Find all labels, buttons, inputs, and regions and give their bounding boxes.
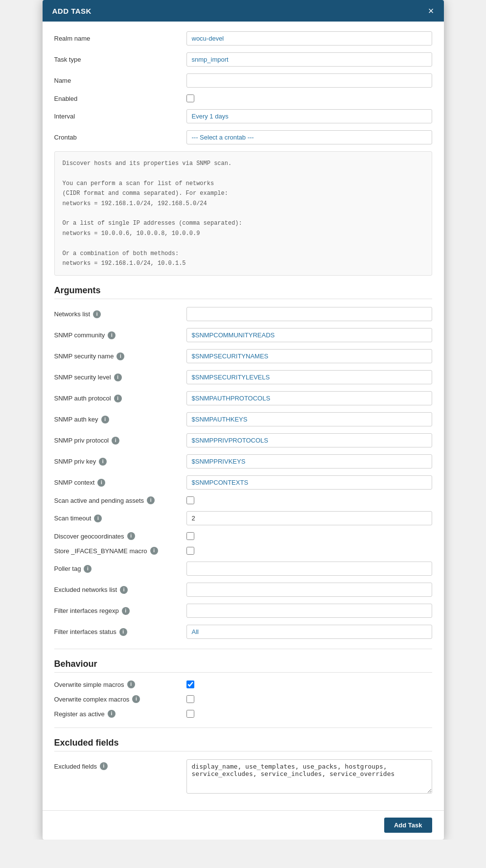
enabled-checkbox[interactable] [186, 94, 194, 102]
task-type-label: Task type [54, 56, 186, 63]
snmp-priv-protocol-input[interactable] [186, 433, 432, 447]
snmp-security-name-label: SNMP security name i [54, 352, 186, 360]
realm-name-label: Realm name [54, 35, 186, 42]
snmp-priv-key-label: SNMP priv key i [54, 458, 186, 466]
scan-timeout-label: Scan timeout i [54, 515, 186, 522]
snmp-priv-protocol-info-icon[interactable]: i [112, 437, 119, 445]
networks-list-input[interactable] [186, 307, 432, 321]
excluded-networks-label: Excluded networks list i [54, 586, 186, 594]
desc-line3: (CIDR format and comma separated). For e… [63, 188, 424, 198]
crontab-row: Crontab --- Select a crontab --- [54, 130, 432, 144]
store-ifaces-row: Store _IFACES_BYNAME macro i [54, 547, 432, 555]
excluded-networks-info-icon[interactable]: i [120, 586, 128, 594]
overwrite-simple-info-icon[interactable]: i [127, 680, 135, 688]
store-ifaces-info-icon[interactable]: i [150, 547, 158, 555]
snmp-priv-key-input[interactable] [186, 454, 432, 469]
overwrite-complex-checkbox[interactable] [186, 695, 194, 703]
snmp-auth-protocol-label: SNMP auth protocol i [54, 395, 186, 402]
snmp-security-name-row: SNMP security name i [54, 349, 432, 363]
desc-line7: networks = 10.0.0.6, 10.0.0.8, 10.0.0.9 [63, 229, 424, 238]
snmp-security-level-row: SNMP security level i [54, 370, 432, 384]
snmp-context-info-icon[interactable]: i [97, 479, 105, 487]
snmp-auth-protocol-info-icon[interactable]: i [114, 395, 122, 402]
interval-value[interactable]: Every 1 days [186, 109, 432, 123]
excluded-fields-textarea[interactable]: display_name, use_templates, use_packs, … [186, 759, 432, 794]
name-input[interactable] [186, 73, 432, 88]
filter-regexp-row: Filter interfaces regexp i [54, 604, 432, 618]
description-box: Discover hosts and its properties via SN… [54, 151, 432, 276]
excluded-networks-row: Excluded networks list i [54, 583, 432, 597]
snmp-community-input[interactable] [186, 328, 432, 342]
snmp-security-level-info-icon[interactable]: i [114, 374, 122, 381]
poller-tag-row: Poller tag i [54, 562, 432, 576]
filter-status-value[interactable]: All [186, 625, 432, 639]
scan-timeout-input[interactable] [186, 511, 432, 525]
interval-label: Interval [54, 113, 186, 120]
overwrite-simple-row: Overwrite simple macros i [54, 680, 432, 688]
excluded-networks-input[interactable] [186, 583, 432, 597]
scan-active-row: Scan active and pending assets i [54, 496, 432, 504]
filter-regexp-info-icon[interactable]: i [122, 607, 130, 615]
excluded-fields-section-title: Excluded fields [54, 738, 432, 751]
snmp-context-row: SNMP context i [54, 475, 432, 490]
behaviour-divider [54, 649, 432, 649]
snmp-auth-protocol-row: SNMP auth protocol i [54, 391, 432, 405]
snmp-security-level-input[interactable] [186, 370, 432, 384]
store-ifaces-checkbox[interactable] [186, 547, 194, 555]
excluded-fields-row: Excluded fields i display_name, use_temp… [54, 759, 432, 794]
poller-tag-info-icon[interactable]: i [84, 565, 92, 573]
desc-line6: Or a list of single IP addresses (comma … [63, 218, 424, 228]
realm-name-input[interactable] [186, 31, 432, 46]
networks-list-row: Networks list i [54, 307, 432, 321]
snmp-priv-protocol-label: SNMP priv protocol i [54, 437, 186, 445]
overwrite-simple-label: Overwrite simple macros i [54, 680, 186, 688]
snmp-auth-key-label: SNMP auth key i [54, 416, 186, 423]
desc-line2: You can perform a scan for list of netwo… [63, 179, 424, 188]
add-task-button[interactable]: Add Task [384, 818, 432, 833]
snmp-security-name-info-icon[interactable]: i [116, 352, 124, 360]
modal-footer: Add Task [43, 810, 444, 840]
snmp-context-input[interactable] [186, 475, 432, 490]
scan-timeout-info-icon[interactable]: i [94, 515, 102, 522]
overwrite-complex-info-icon[interactable]: i [132, 695, 140, 703]
filter-status-label: Filter interfaces status i [54, 628, 186, 636]
snmp-auth-key-input[interactable] [186, 412, 432, 426]
poller-tag-label: Poller tag i [54, 565, 186, 573]
register-active-label: Register as active i [54, 710, 186, 718]
crontab-value[interactable]: --- Select a crontab --- [186, 130, 432, 144]
register-active-checkbox[interactable] [186, 710, 194, 718]
networks-list-info-icon[interactable]: i [93, 310, 101, 318]
discover-geo-checkbox[interactable] [186, 532, 194, 540]
modal-body: Realm name Task type Name Enabled Interv… [43, 22, 444, 810]
scan-active-label: Scan active and pending assets i [54, 496, 186, 504]
snmp-context-label: SNMP context i [54, 479, 186, 487]
snmp-auth-key-info-icon[interactable]: i [101, 416, 109, 423]
discover-geo-row: Discover geocoordinates i [54, 532, 432, 540]
snmp-community-row: SNMP community i [54, 328, 432, 342]
task-type-input[interactable] [186, 52, 432, 67]
snmp-security-name-input[interactable] [186, 349, 432, 363]
scan-active-checkbox[interactable] [186, 496, 194, 504]
snmp-priv-key-info-icon[interactable]: i [99, 458, 107, 466]
discover-geo-info-icon[interactable]: i [127, 532, 135, 540]
overwrite-simple-checkbox[interactable] [186, 680, 194, 688]
filter-status-info-icon[interactable]: i [119, 628, 127, 636]
close-button[interactable]: × [428, 6, 434, 16]
overwrite-complex-row: Overwrite complex macros i [54, 695, 432, 703]
snmp-security-level-label: SNMP security level i [54, 374, 186, 381]
excluded-fields-info-icon[interactable]: i [100, 762, 108, 770]
register-active-info-icon[interactable]: i [108, 710, 116, 718]
snmp-community-label: SNMP community i [54, 331, 186, 339]
desc-line9: Or a combination of both methods: [63, 249, 424, 258]
task-type-row: Task type [54, 52, 432, 67]
enabled-label: Enabled [54, 95, 186, 102]
poller-tag-input[interactable] [186, 562, 432, 576]
filter-status-row: Filter interfaces status i All [54, 625, 432, 639]
name-label: Name [54, 77, 186, 84]
snmp-priv-protocol-row: SNMP priv protocol i [54, 433, 432, 447]
filter-regexp-input[interactable] [186, 604, 432, 618]
snmp-community-info-icon[interactable]: i [108, 331, 116, 339]
scan-active-info-icon[interactable]: i [147, 496, 155, 504]
snmp-auth-protocol-input[interactable] [186, 391, 432, 405]
realm-name-row: Realm name [54, 31, 432, 46]
